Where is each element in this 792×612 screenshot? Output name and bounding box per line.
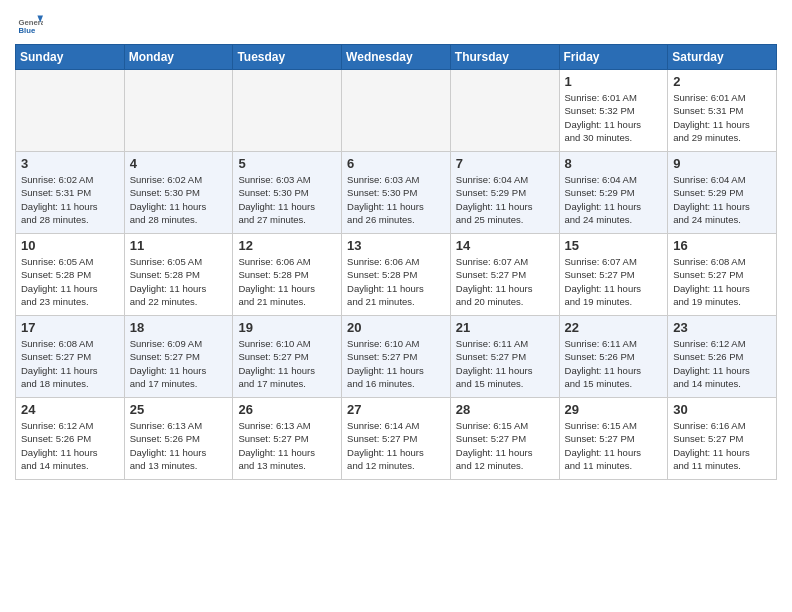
- day-info: Sunrise: 6:08 AM Sunset: 5:27 PM Dayligh…: [21, 337, 120, 390]
- calendar-cell: 27Sunrise: 6:14 AM Sunset: 5:27 PM Dayli…: [342, 398, 451, 480]
- calendar-cell: 10Sunrise: 6:05 AM Sunset: 5:28 PM Dayli…: [16, 234, 125, 316]
- day-info: Sunrise: 6:04 AM Sunset: 5:29 PM Dayligh…: [673, 173, 772, 226]
- calendar-cell: 12Sunrise: 6:06 AM Sunset: 5:28 PM Dayli…: [233, 234, 342, 316]
- calendar-cell: [450, 70, 559, 152]
- calendar-cell: 9Sunrise: 6:04 AM Sunset: 5:29 PM Daylig…: [668, 152, 777, 234]
- calendar-week-5: 24Sunrise: 6:12 AM Sunset: 5:26 PM Dayli…: [16, 398, 777, 480]
- calendar-cell: 18Sunrise: 6:09 AM Sunset: 5:27 PM Dayli…: [124, 316, 233, 398]
- day-info: Sunrise: 6:01 AM Sunset: 5:31 PM Dayligh…: [673, 91, 772, 144]
- calendar-cell: [16, 70, 125, 152]
- day-number: 6: [347, 156, 446, 171]
- day-number: 25: [130, 402, 229, 417]
- calendar-cell: 11Sunrise: 6:05 AM Sunset: 5:28 PM Dayli…: [124, 234, 233, 316]
- day-number: 19: [238, 320, 337, 335]
- day-number: 20: [347, 320, 446, 335]
- day-info: Sunrise: 6:05 AM Sunset: 5:28 PM Dayligh…: [21, 255, 120, 308]
- calendar-cell: 24Sunrise: 6:12 AM Sunset: 5:26 PM Dayli…: [16, 398, 125, 480]
- day-info: Sunrise: 6:04 AM Sunset: 5:29 PM Dayligh…: [456, 173, 555, 226]
- calendar-cell: 22Sunrise: 6:11 AM Sunset: 5:26 PM Dayli…: [559, 316, 668, 398]
- calendar-week-3: 10Sunrise: 6:05 AM Sunset: 5:28 PM Dayli…: [16, 234, 777, 316]
- day-number: 10: [21, 238, 120, 253]
- day-number: 1: [565, 74, 664, 89]
- day-number: 15: [565, 238, 664, 253]
- calendar-cell: 2Sunrise: 6:01 AM Sunset: 5:31 PM Daylig…: [668, 70, 777, 152]
- calendar-cell: 13Sunrise: 6:06 AM Sunset: 5:28 PM Dayli…: [342, 234, 451, 316]
- day-info: Sunrise: 6:12 AM Sunset: 5:26 PM Dayligh…: [673, 337, 772, 390]
- day-info: Sunrise: 6:05 AM Sunset: 5:28 PM Dayligh…: [130, 255, 229, 308]
- day-info: Sunrise: 6:03 AM Sunset: 5:30 PM Dayligh…: [347, 173, 446, 226]
- day-info: Sunrise: 6:10 AM Sunset: 5:27 PM Dayligh…: [238, 337, 337, 390]
- day-number: 13: [347, 238, 446, 253]
- day-info: Sunrise: 6:12 AM Sunset: 5:26 PM Dayligh…: [21, 419, 120, 472]
- day-number: 24: [21, 402, 120, 417]
- day-number: 23: [673, 320, 772, 335]
- day-number: 14: [456, 238, 555, 253]
- calendar-cell: 23Sunrise: 6:12 AM Sunset: 5:26 PM Dayli…: [668, 316, 777, 398]
- day-info: Sunrise: 6:11 AM Sunset: 5:27 PM Dayligh…: [456, 337, 555, 390]
- day-number: 30: [673, 402, 772, 417]
- day-number: 3: [21, 156, 120, 171]
- day-number: 28: [456, 402, 555, 417]
- day-info: Sunrise: 6:01 AM Sunset: 5:32 PM Dayligh…: [565, 91, 664, 144]
- calendar-week-4: 17Sunrise: 6:08 AM Sunset: 5:27 PM Dayli…: [16, 316, 777, 398]
- calendar-cell: 17Sunrise: 6:08 AM Sunset: 5:27 PM Dayli…: [16, 316, 125, 398]
- calendar-cell: 20Sunrise: 6:10 AM Sunset: 5:27 PM Dayli…: [342, 316, 451, 398]
- day-number: 5: [238, 156, 337, 171]
- calendar-cell: [124, 70, 233, 152]
- day-info: Sunrise: 6:15 AM Sunset: 5:27 PM Dayligh…: [565, 419, 664, 472]
- weekday-header-thursday: Thursday: [450, 45, 559, 70]
- day-number: 21: [456, 320, 555, 335]
- weekday-header-monday: Monday: [124, 45, 233, 70]
- day-info: Sunrise: 6:13 AM Sunset: 5:27 PM Dayligh…: [238, 419, 337, 472]
- day-number: 18: [130, 320, 229, 335]
- calendar-cell: 3Sunrise: 6:02 AM Sunset: 5:31 PM Daylig…: [16, 152, 125, 234]
- day-info: Sunrise: 6:16 AM Sunset: 5:27 PM Dayligh…: [673, 419, 772, 472]
- calendar-cell: 7Sunrise: 6:04 AM Sunset: 5:29 PM Daylig…: [450, 152, 559, 234]
- calendar-week-2: 3Sunrise: 6:02 AM Sunset: 5:31 PM Daylig…: [16, 152, 777, 234]
- logo: General Blue: [15, 10, 47, 38]
- day-info: Sunrise: 6:04 AM Sunset: 5:29 PM Dayligh…: [565, 173, 664, 226]
- calendar-cell: 21Sunrise: 6:11 AM Sunset: 5:27 PM Dayli…: [450, 316, 559, 398]
- day-number: 27: [347, 402, 446, 417]
- day-number: 17: [21, 320, 120, 335]
- calendar-cell: 14Sunrise: 6:07 AM Sunset: 5:27 PM Dayli…: [450, 234, 559, 316]
- calendar-table: SundayMondayTuesdayWednesdayThursdayFrid…: [15, 44, 777, 480]
- day-number: 22: [565, 320, 664, 335]
- calendar-cell: [342, 70, 451, 152]
- calendar-cell: 28Sunrise: 6:15 AM Sunset: 5:27 PM Dayli…: [450, 398, 559, 480]
- calendar-header-row: SundayMondayTuesdayWednesdayThursdayFrid…: [16, 45, 777, 70]
- day-info: Sunrise: 6:15 AM Sunset: 5:27 PM Dayligh…: [456, 419, 555, 472]
- calendar-cell: [233, 70, 342, 152]
- day-info: Sunrise: 6:11 AM Sunset: 5:26 PM Dayligh…: [565, 337, 664, 390]
- day-info: Sunrise: 6:14 AM Sunset: 5:27 PM Dayligh…: [347, 419, 446, 472]
- calendar-cell: 1Sunrise: 6:01 AM Sunset: 5:32 PM Daylig…: [559, 70, 668, 152]
- day-number: 12: [238, 238, 337, 253]
- day-info: Sunrise: 6:08 AM Sunset: 5:27 PM Dayligh…: [673, 255, 772, 308]
- calendar-cell: 26Sunrise: 6:13 AM Sunset: 5:27 PM Dayli…: [233, 398, 342, 480]
- calendar-cell: 16Sunrise: 6:08 AM Sunset: 5:27 PM Dayli…: [668, 234, 777, 316]
- svg-text:Blue: Blue: [19, 26, 36, 35]
- calendar-week-1: 1Sunrise: 6:01 AM Sunset: 5:32 PM Daylig…: [16, 70, 777, 152]
- day-info: Sunrise: 6:07 AM Sunset: 5:27 PM Dayligh…: [565, 255, 664, 308]
- calendar-cell: 8Sunrise: 6:04 AM Sunset: 5:29 PM Daylig…: [559, 152, 668, 234]
- page-header: General Blue: [15, 10, 777, 38]
- day-info: Sunrise: 6:07 AM Sunset: 5:27 PM Dayligh…: [456, 255, 555, 308]
- calendar-cell: 5Sunrise: 6:03 AM Sunset: 5:30 PM Daylig…: [233, 152, 342, 234]
- calendar-cell: 30Sunrise: 6:16 AM Sunset: 5:27 PM Dayli…: [668, 398, 777, 480]
- weekday-header-sunday: Sunday: [16, 45, 125, 70]
- day-number: 7: [456, 156, 555, 171]
- day-info: Sunrise: 6:03 AM Sunset: 5:30 PM Dayligh…: [238, 173, 337, 226]
- day-info: Sunrise: 6:13 AM Sunset: 5:26 PM Dayligh…: [130, 419, 229, 472]
- calendar-cell: 25Sunrise: 6:13 AM Sunset: 5:26 PM Dayli…: [124, 398, 233, 480]
- day-info: Sunrise: 6:02 AM Sunset: 5:30 PM Dayligh…: [130, 173, 229, 226]
- day-number: 2: [673, 74, 772, 89]
- day-number: 16: [673, 238, 772, 253]
- calendar-cell: 19Sunrise: 6:10 AM Sunset: 5:27 PM Dayli…: [233, 316, 342, 398]
- weekday-header-tuesday: Tuesday: [233, 45, 342, 70]
- calendar-cell: 15Sunrise: 6:07 AM Sunset: 5:27 PM Dayli…: [559, 234, 668, 316]
- day-info: Sunrise: 6:06 AM Sunset: 5:28 PM Dayligh…: [347, 255, 446, 308]
- day-number: 26: [238, 402, 337, 417]
- weekday-header-wednesday: Wednesday: [342, 45, 451, 70]
- weekday-header-friday: Friday: [559, 45, 668, 70]
- day-info: Sunrise: 6:09 AM Sunset: 5:27 PM Dayligh…: [130, 337, 229, 390]
